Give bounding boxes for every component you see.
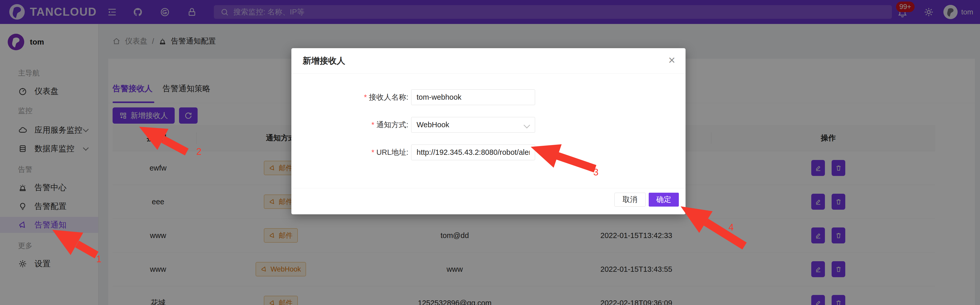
chevron-down-icon [523,122,530,128]
method-label: 通知方式: [376,121,408,129]
close-icon[interactable]: × [667,53,677,67]
add-receiver-modal: 新增接收人 × *接收人名称: *通知方式: WebHook *URL地址: 取… [291,48,686,214]
form-row-url: *URL地址: [291,145,686,160]
required-mark: * [371,148,374,156]
required-mark: * [371,121,374,129]
url-label: URL地址: [376,148,408,156]
confirm-button[interactable]: 确定 [649,193,679,207]
modal-title: 新增接收人 [291,48,686,74]
form-row-method: *通知方式: WebHook [291,117,686,133]
webhook-url-input[interactable] [411,145,535,160]
name-label: 接收人名称: [369,93,408,101]
cancel-button[interactable]: 取消 [614,193,646,207]
modal-footer: 取消 确定 [291,188,686,214]
receiver-name-input[interactable] [411,89,535,105]
required-mark: * [364,93,367,101]
form-row-name: *接收人名称: [291,89,686,105]
selected-method: WebHook [417,121,449,129]
notify-method-select[interactable]: WebHook [411,117,535,133]
